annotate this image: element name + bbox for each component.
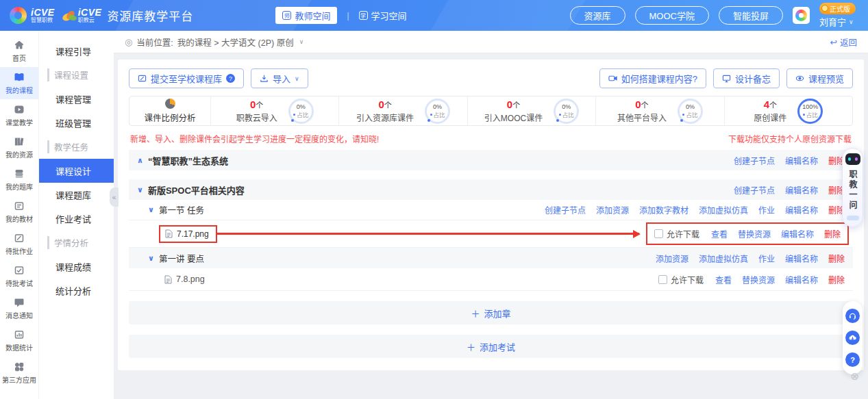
courseware-ratio-analysis: 课件比例分析 <box>129 96 210 125</box>
customer-service-button[interactable] <box>845 309 860 323</box>
submit-to-school-library-button[interactable]: 提交至学校课程库 <box>129 68 244 88</box>
import-button[interactable]: 导入 ∨ <box>251 68 308 88</box>
stat-count: 4 <box>764 99 769 110</box>
add-exam-button[interactable]: 添加考试 <box>129 335 853 358</box>
sidebar-item-classroom-teaching[interactable]: 课堂教学 <box>0 99 38 131</box>
library-icon <box>14 136 25 147</box>
submenu-item-course-guide[interactable]: 课程引导 <box>39 39 114 63</box>
action-edit-name[interactable]: 编辑名称 <box>785 204 818 216</box>
section-row[interactable]: 第一节 任务 创建子节点 添加资源 添加数字教材 添加虚拟仿真 作业 编辑名称 … <box>129 200 853 220</box>
collapse-arrow-icon[interactable] <box>137 156 143 165</box>
sidebar-item-my-courses[interactable]: 我的课程 <box>0 67 38 99</box>
action-delete[interactable]: 删除 <box>828 274 845 285</box>
submenu-item-course-scores[interactable]: 课程成绩 <box>39 255 114 279</box>
breadcrumb-path[interactable]: 我的课程 > 大学语文 (2P) 原创 <box>177 36 294 49</box>
file-name[interactable]: 7.17.png <box>177 229 209 239</box>
action-add-resource[interactable]: 添加资源 <box>596 204 629 216</box>
percent-caption: 占比 <box>430 110 445 118</box>
sidebar-item-statistics[interactable]: 数据统计 <box>0 324 38 357</box>
action-replace-resource[interactable]: 替换资源 <box>738 228 771 240</box>
home-icon <box>14 40 25 51</box>
breadcrumb-chevron-icon[interactable]: ∨ <box>299 38 304 45</box>
resource-library-button[interactable]: 资源库 <box>570 6 625 25</box>
course-design-card: 提交至学校课程库 导入 ∨ 如何搭建课程内容? <box>118 60 864 370</box>
sidebar-item-my-question-bank[interactable]: 我的题库 <box>0 164 38 196</box>
sidebar-item-home[interactable]: 首页 <box>0 35 38 67</box>
action-create-child-node[interactable]: 创建子节点 <box>545 204 586 216</box>
sidebar-label: 我的教材 <box>5 214 33 224</box>
zhijiao-qa-assistant-widget[interactable]: 职教一问 <box>842 148 863 227</box>
toolbar: 提交至学校课程库 导入 ∨ 如何搭建课程内容? <box>129 68 853 88</box>
action-add-digital-textbook[interactable]: 添加数字教材 <box>639 204 689 216</box>
sidebar-item-pending-exams[interactable]: 待批考试 <box>0 260 38 292</box>
file-icon <box>164 275 172 284</box>
allow-download-checkbox[interactable] <box>658 275 667 284</box>
how-to-build-content-button[interactable]: 如何搭建课程内容? <box>599 68 706 88</box>
design-memo-button[interactable]: 设计备忘 <box>713 68 780 88</box>
tab-learning-space[interactable]: 学 学习空间 <box>359 9 407 22</box>
user-menu[interactable]: 正式版 刘育宁∨ <box>819 3 856 28</box>
action-homework[interactable]: 作业 <box>758 253 775 264</box>
headset-icon <box>848 311 857 320</box>
expand-arrow-icon[interactable] <box>137 185 143 194</box>
sidebar-label: 数据统计 <box>5 342 33 352</box>
expand-arrow-icon[interactable] <box>148 205 154 214</box>
course-preview-button[interactable]: 课程预览 <box>786 68 853 88</box>
action-edit-name[interactable]: 编辑名称 <box>785 253 818 264</box>
sidebar-label: 我的题库 <box>5 181 33 192</box>
logo-name: iCVE <box>31 8 55 18</box>
action-edit-name[interactable]: 编辑名称 <box>785 155 818 166</box>
cloud-decoration-icon <box>847 216 859 220</box>
submenu-label: 课程设计 <box>55 164 91 177</box>
action-delete[interactable]: 删除 <box>828 253 845 264</box>
submenu-item-class-manage[interactable]: 班级管理 <box>39 111 114 135</box>
action-add-virtual-simulation[interactable]: 添加虚拟仿真 <box>699 253 748 264</box>
chevron-down-icon: ∨ <box>849 18 854 25</box>
back-button[interactable]: ↩返回 <box>830 36 858 49</box>
sidebar-item-messages[interactable]: 消息通知 <box>0 292 38 324</box>
sidebar-item-my-resources[interactable]: 我的资源 <box>0 131 38 164</box>
textbook-icon <box>14 201 25 211</box>
help-button[interactable] <box>845 352 860 367</box>
submenu-item-course-manage[interactable]: 课程管理 <box>39 87 114 111</box>
action-replace-resource[interactable]: 替换资源 <box>742 274 775 285</box>
mooc-academy-button[interactable]: MOOC学院 <box>635 6 709 25</box>
collapse-sidebar-handle[interactable] <box>110 188 119 207</box>
action-homework[interactable]: 作业 <box>758 204 775 216</box>
help-circle-icon[interactable] <box>226 74 235 83</box>
app-swirl-icon <box>795 10 807 21</box>
action-add-virtual-simulation[interactable]: 添加虚拟仿真 <box>699 204 748 216</box>
action-view[interactable]: 查看 <box>715 274 732 285</box>
action-create-child-node[interactable]: 创建子节点 <box>734 155 775 166</box>
close-floating-toolbar-icon[interactable] <box>850 370 859 383</box>
chapter-row[interactable]: “智慧职教”生态系统 创建子节点 编辑名称 删除 <box>129 150 853 170</box>
tab-teacher-space[interactable]: 师 教师空间 <box>275 7 337 24</box>
subsection-row[interactable]: 第一讲 要点 添加资源 添加虚拟仿真 作业 编辑名称 删除 <box>129 248 853 268</box>
sidebar-item-pending-homework[interactable]: 待批作业 <box>0 228 38 260</box>
submenu-item-course-question-bank[interactable]: 课程题库 <box>39 183 114 207</box>
chapter-row[interactable]: 新版SPOC平台相关内容 创建子节点 编辑名称 删除 <box>129 179 853 200</box>
app-launcher-icon[interactable] <box>793 7 810 24</box>
action-edit-name[interactable]: 编辑名称 <box>785 274 818 285</box>
action-delete[interactable]: 删除 <box>824 228 841 240</box>
download-center-button[interactable] <box>845 331 860 345</box>
submenu-item-homework-exam[interactable]: 作业考试 <box>39 207 114 231</box>
action-create-child-node[interactable]: 创建子节点 <box>734 184 775 196</box>
action-add-resource[interactable]: 添加资源 <box>656 253 689 264</box>
smart-cast-button[interactable]: 智能投屏 <box>719 6 783 25</box>
section-title: 第一节 任务 <box>159 203 204 216</box>
action-view[interactable]: 查看 <box>711 228 728 240</box>
action-edit-name[interactable]: 编辑名称 <box>785 184 818 196</box>
percent-value: 0% <box>562 103 571 110</box>
file-name[interactable]: 7.8.png <box>176 274 205 284</box>
zhijiaoyun-fan-logo-icon <box>62 8 78 23</box>
sidebar-item-my-textbooks[interactable]: 我的教材 <box>0 196 38 228</box>
expand-arrow-icon[interactable] <box>148 254 154 263</box>
sidebar-item-third-party-apps[interactable]: 第三方应用 <box>0 357 38 389</box>
add-chapter-button[interactable]: 添加章 <box>129 301 853 324</box>
submenu-item-course-design[interactable]: 课程设计 <box>39 159 114 183</box>
monitor-icon <box>722 74 731 83</box>
submenu-item-statistical-analysis[interactable]: 统计分析 <box>39 279 114 303</box>
action-edit-name[interactable]: 编辑名称 <box>781 228 814 240</box>
allow-download-checkbox[interactable] <box>654 229 663 238</box>
